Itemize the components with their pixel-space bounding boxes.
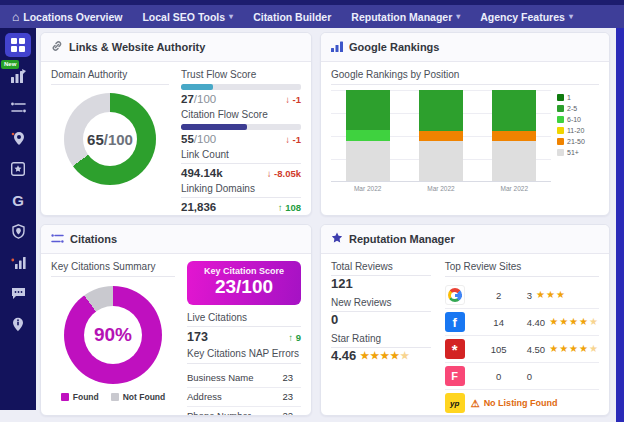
- table-row: Phone Number22: [187, 407, 301, 416]
- score-box-title: Key Citation Score: [193, 266, 295, 276]
- nav-label: Local SEO Tools: [142, 11, 225, 23]
- signal-bars-icon: [11, 255, 26, 269]
- citation-list-icon: [11, 101, 26, 114]
- nap-errors-table: Key Citations NAP Errors Business Name23…: [187, 348, 301, 416]
- link-icon: [51, 38, 63, 56]
- key-citation-score-box: Key Citation Score 23/100: [187, 261, 301, 305]
- citation-flow-bar: [181, 124, 301, 130]
- review-rating: 0: [527, 371, 599, 382]
- legend-item: 11-20: [557, 127, 599, 134]
- review-count: 105: [471, 344, 527, 355]
- facebook-logo-icon: f: [445, 312, 465, 332]
- nav-agency-features[interactable]: Agency Features ▾: [480, 11, 573, 23]
- sidebar-item-dashboard[interactable]: [5, 33, 31, 57]
- chart-plot-area: [331, 90, 551, 182]
- stat-value: 0: [331, 312, 431, 327]
- reputation-card-header: Reputation Manager: [321, 225, 609, 254]
- not-found-swatch: [111, 393, 119, 401]
- metric-value: 21,836: [181, 201, 216, 213]
- review-count: 14: [471, 317, 527, 328]
- metric-citation-flow: Citation Flow Score 55/100 ↓ -1: [181, 109, 301, 145]
- google-logo-icon: [445, 285, 465, 305]
- dashboard-app: ⌂ Locations Overview Local SEO Tools ▾ C…: [0, 0, 624, 422]
- chart-legend: 12-56-1011-2021-5051+: [557, 90, 599, 192]
- rankings-card-header: Google Rankings: [321, 33, 609, 62]
- sidebar-item-rank-tracker[interactable]: New: [5, 64, 31, 88]
- top-review-sites-label: Top Review Sites: [445, 261, 599, 277]
- info-pin-icon: [12, 317, 24, 332]
- links-card-header: Links & Website Authority: [41, 33, 311, 62]
- nav-label: Citation Builder: [253, 11, 331, 23]
- review-site-row-google: 2 3 ★★★: [445, 282, 599, 309]
- reputation-manager-card: Reputation Manager Total Reviews 121 New…: [320, 224, 610, 416]
- legend-item: 51+: [557, 149, 599, 156]
- trust-flow-bar: [181, 84, 301, 90]
- top-navbar: ⌂ Locations Overview Local SEO Tools ▾ C…: [0, 5, 624, 28]
- card-title: Links & Website Authority: [69, 41, 205, 53]
- bar-chart-icon: [331, 38, 343, 56]
- metric-delta: ↑ 108: [278, 202, 301, 213]
- citations-card-header: Citations: [41, 225, 311, 254]
- domain-authority-donut: 65/100: [64, 93, 156, 185]
- star-square-icon: [11, 162, 25, 176]
- legend-not-found: Not Found: [111, 392, 165, 402]
- citations-donut: 90%: [64, 286, 162, 384]
- legend-item: 21-50: [557, 138, 599, 145]
- nap-errors-title: Key Citations NAP Errors: [187, 348, 301, 364]
- metric-label: Trust Flow Score: [181, 69, 301, 83]
- google-rankings-card: Google Rankings Google Rankings by Posit…: [320, 32, 610, 216]
- sidebar-item-gbp-audit[interactable]: [5, 219, 31, 243]
- stat-total-reviews: Total Reviews 121: [331, 261, 431, 291]
- sidebar-item-google-tools[interactable]: G: [5, 188, 31, 212]
- metric-value: 494.14k: [181, 167, 223, 179]
- chevron-down-icon: ▾: [456, 12, 460, 21]
- stacked-bar: [346, 90, 390, 181]
- nav-local-seo-tools[interactable]: Local SEO Tools ▾: [142, 11, 233, 23]
- icon-sidebar: New G: [0, 28, 36, 410]
- window-right-strip: [616, 28, 624, 422]
- live-citations-label: Live Citations: [187, 312, 301, 327]
- sidebar-item-citation-tracker[interactable]: [5, 95, 31, 119]
- main-content: Links & Website Authority Domain Authori…: [40, 32, 610, 416]
- metric-delta: ↓ -8.05k: [267, 168, 301, 179]
- live-citations: Live Citations 173 ↑ 9: [187, 312, 301, 344]
- chat-bubble-icon: [11, 287, 26, 300]
- star-rating-stars: ★★★★★: [360, 351, 410, 361]
- card-title: Citations: [70, 233, 117, 245]
- legend-item: 2-5: [557, 105, 599, 112]
- nav-label: Reputation Manager: [351, 11, 452, 23]
- stat-value: 121: [331, 276, 431, 291]
- stat-label: Total Reviews: [331, 261, 431, 276]
- metric-link-count: Link Count 494.14k ↓ -8.05k: [181, 149, 301, 179]
- metric-label: Citation Flow Score: [181, 109, 301, 123]
- metric-delta: ↓ -1: [285, 134, 301, 145]
- chevron-down-icon: ▾: [569, 12, 573, 21]
- sidebar-item-local-search[interactable]: [5, 126, 31, 150]
- yellowpages-logo-icon: yp: [445, 393, 465, 413]
- review-site-row-facebook: f 14 4.40 ★★★★★: [445, 309, 599, 336]
- review-rating: 4.40 ★★★★★: [527, 317, 599, 328]
- rankings-subtitle: Google Rankings by Position: [331, 69, 599, 85]
- review-site-row-yellowpages: yp ⚠ No Listing Found: [445, 390, 599, 416]
- metric-value: 55/100: [181, 133, 216, 145]
- sidebar-item-feedback[interactable]: [5, 281, 31, 305]
- domain-authority-value: 65/100: [87, 131, 133, 148]
- nav-citation-builder[interactable]: Citation Builder: [253, 11, 331, 23]
- legend-item: 6-10: [557, 116, 599, 123]
- card-title: Reputation Manager: [349, 233, 455, 245]
- citations-donut-value: 90%: [94, 324, 132, 346]
- nav-reputation-manager[interactable]: Reputation Manager ▾: [351, 11, 460, 23]
- chart-x-axis-labels: Mar 2022Mar 2022Mar 2022: [331, 185, 551, 192]
- home-icon: ⌂: [12, 11, 19, 23]
- star-icon: [331, 230, 343, 248]
- google-g-icon: G: [12, 193, 24, 208]
- links-authority-card: Links & Website Authority Domain Authori…: [40, 32, 312, 216]
- sidebar-item-reviews[interactable]: [5, 157, 31, 181]
- sidebar-item-listings[interactable]: [5, 312, 31, 336]
- citations-card: Citations Key Citations Summary 90% Foun…: [40, 224, 312, 416]
- citations-legend: Found Not Found: [51, 392, 175, 402]
- nav-locations-overview[interactable]: ⌂ Locations Overview: [12, 11, 122, 23]
- sidebar-item-signal-tracker[interactable]: [5, 250, 31, 274]
- stat-label: Star Rating: [331, 333, 431, 348]
- review-site-row-yelp: * 105 4.50 ★★★★★: [445, 336, 599, 363]
